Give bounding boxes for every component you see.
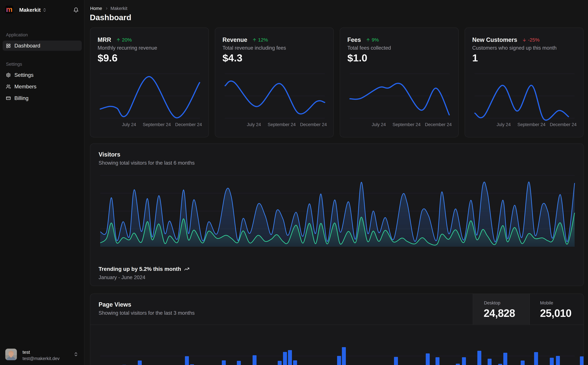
svg-text:m: m (6, 6, 12, 14)
